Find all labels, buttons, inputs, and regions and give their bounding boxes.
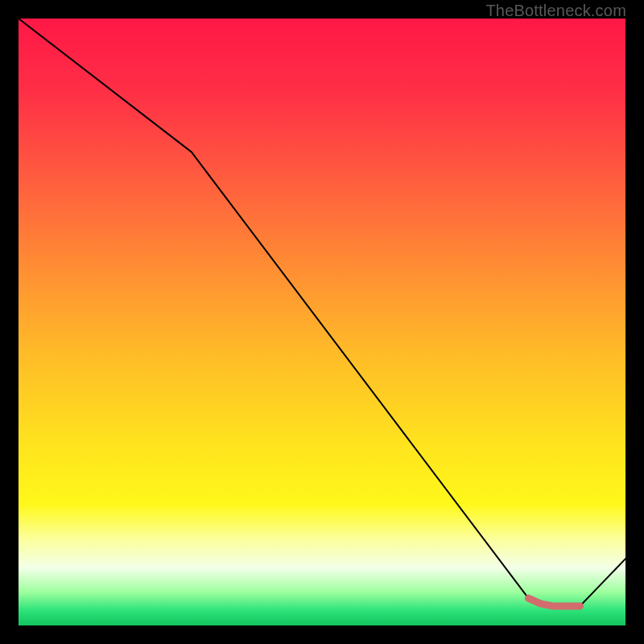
bottleneck-chart bbox=[19, 19, 625, 625]
attribution-text: TheBottleneck.com bbox=[485, 2, 626, 20]
chart-stage: TheBottleneck.com bbox=[0, 0, 644, 644]
gradient-bg bbox=[19, 19, 625, 625]
